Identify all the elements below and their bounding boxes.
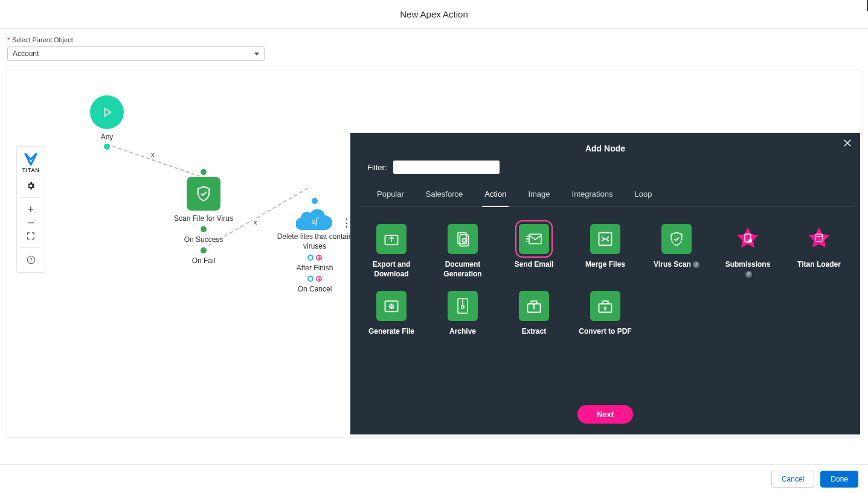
parent-object-section: * Select Parent Object Account <box>0 29 868 66</box>
port-success[interactable] <box>201 226 207 232</box>
plus-icon: + <box>28 203 34 216</box>
tab-popular[interactable]: Popular <box>375 183 407 206</box>
pdf-icon <box>590 291 620 321</box>
tab-action[interactable]: Action <box>482 183 509 207</box>
zip-icon <box>448 291 478 321</box>
close-icon <box>842 138 853 148</box>
port-add[interactable] <box>316 276 322 282</box>
cancel-button[interactable]: Cancel <box>771 471 814 488</box>
node-card-label: Export and Download <box>365 260 418 279</box>
edge-delete[interactable]: x <box>252 218 259 226</box>
required-asterisk: * <box>7 36 10 43</box>
start-node-label: Any <box>83 133 131 141</box>
minus-icon: − <box>27 216 34 230</box>
edge-delete[interactable]: x <box>149 151 156 158</box>
svg-rect-7 <box>529 234 541 244</box>
page-footer: Cancel Done <box>0 464 868 493</box>
shield-icon <box>187 177 220 211</box>
node-card-label: Convert to PDF <box>579 327 631 337</box>
zoom-out-button[interactable]: − <box>22 216 39 229</box>
node-card-label: Titan Loader <box>797 260 841 270</box>
done-button[interactable]: Done <box>820 471 858 488</box>
play-icon <box>90 95 124 129</box>
page-header: New Apex Action <box>0 0 868 29</box>
tab-salesforce[interactable]: Salesforce <box>423 183 465 206</box>
node-card-convert-to-pdf[interactable]: Convert to PDF <box>579 291 632 337</box>
next-button[interactable]: Next <box>577 405 633 424</box>
node-card-titan-loader[interactable]: Titan Loader <box>792 224 846 279</box>
node-card-generate-file[interactable]: Generate File <box>365 291 418 337</box>
node-card-label: Document Generation <box>436 260 489 279</box>
start-node[interactable]: Any <box>83 95 131 151</box>
parent-object-select[interactable]: Account <box>7 46 265 61</box>
sf-node-label: Delete files that contain viruses <box>266 232 363 251</box>
port-out[interactable] <box>104 144 110 150</box>
node-card-label: Virus Scani <box>654 260 699 270</box>
canvas-toolbar: TITAN + − ? <box>16 146 45 273</box>
filter-input[interactable] <box>393 161 500 174</box>
tab-loop[interactable]: Loop <box>632 183 654 206</box>
tab-image[interactable]: Image <box>526 183 552 206</box>
doc-icon <box>448 224 478 254</box>
parent-object-value: Account <box>13 49 39 58</box>
svg-point-10 <box>748 239 752 243</box>
sf-after-label: After Finish <box>266 264 363 272</box>
modal-tabs: Popular Salesforce Action Image Integrat… <box>358 183 853 207</box>
chevron-down-icon <box>254 52 259 56</box>
node-card-label: Generate File <box>368 327 414 337</box>
scan-fail-label: On Fail <box>161 256 246 265</box>
gear-icon <box>26 181 36 191</box>
node-card-label: Merge Files <box>585 260 625 270</box>
add-node-modal: Add Node Filter: Popular Salesforce Acti… <box>350 133 860 434</box>
titan-logo-icon <box>23 153 39 166</box>
node-grid: Export and DownloadDocument GenerationSe… <box>350 207 860 354</box>
node-card-merge-files[interactable]: Merge Files <box>579 224 632 279</box>
scan-node-label: Scan File for Virus <box>161 214 246 223</box>
node-card-label: Archive <box>449 327 476 337</box>
port-in[interactable] <box>312 198 318 204</box>
port-add[interactable] <box>316 255 322 261</box>
extract-icon <box>519 291 549 321</box>
fullscreen-icon <box>27 232 35 240</box>
port-in[interactable] <box>201 169 207 175</box>
node-card-label: Extract <box>522 327 547 337</box>
titan-brand-text: TITAN <box>22 167 39 173</box>
svg-text:?: ? <box>30 257 32 262</box>
node-card-submissions[interactable]: Submissionsi <box>721 224 774 279</box>
node-card-extract[interactable]: Extract <box>507 291 561 337</box>
node-card-document-generation[interactable]: Document Generation <box>436 224 489 279</box>
gen-icon <box>376 291 407 321</box>
shield-icon <box>661 224 692 254</box>
page-title: New Apex Action <box>400 9 468 19</box>
node-card-label: Send Email <box>515 260 554 270</box>
node-card-virus-scan[interactable]: Virus Scani <box>650 224 703 279</box>
parent-object-label: Select Parent Object <box>12 36 73 43</box>
close-button[interactable] <box>842 138 853 151</box>
node-card-label: Submissionsi <box>721 260 774 279</box>
fullscreen-button[interactable] <box>22 229 39 243</box>
port-after[interactable] <box>307 255 313 261</box>
help-icon: ? <box>27 255 36 264</box>
node-card-send-email[interactable]: Send Email <box>507 224 561 279</box>
port-cancel[interactable] <box>307 276 313 282</box>
tab-integrations[interactable]: Integrations <box>570 183 616 206</box>
star-db-icon <box>804 224 834 254</box>
zoom-in-button[interactable]: + <box>22 203 39 216</box>
salesforce-node[interactable]: sf Delete files that contain viruses Aft… <box>266 197 363 293</box>
node-card-archive[interactable]: Archive <box>436 291 489 337</box>
scan-virus-node[interactable]: Scan File for Virus On Success On Fail <box>161 168 246 265</box>
sf-cancel-label: On Cancel <box>266 285 363 293</box>
email-icon <box>519 224 549 254</box>
port-fail[interactable] <box>201 247 207 253</box>
star-doc-icon <box>733 224 763 254</box>
info-icon: i <box>693 261 699 268</box>
node-card-export-and-download[interactable]: Export and Download <box>365 224 418 279</box>
modal-title: Add Node <box>350 133 860 161</box>
merge-icon <box>590 224 620 254</box>
filter-label: Filter: <box>367 163 387 172</box>
svg-point-6 <box>462 238 466 242</box>
info-icon: i <box>745 271 752 278</box>
export-icon <box>376 224 407 254</box>
settings-button[interactable] <box>22 179 39 192</box>
help-button[interactable]: ? <box>22 253 39 266</box>
